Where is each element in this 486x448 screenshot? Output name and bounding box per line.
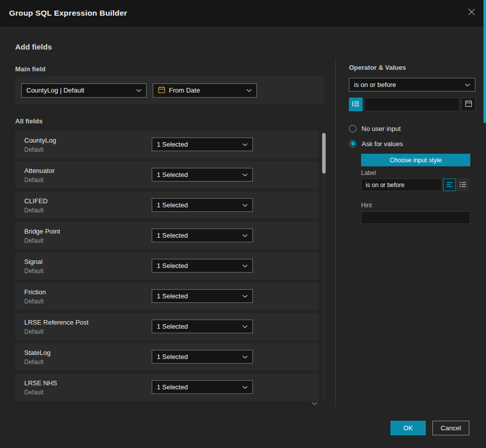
all-fields-list: CountyLog Default 1 Selected Attenuator … (15, 131, 319, 404)
field-name: Bridge Point (24, 228, 60, 235)
radio-unselected-icon (349, 125, 357, 132)
date-value-input[interactable] (365, 98, 460, 111)
field-layer-label: Default (24, 359, 43, 366)
field-row-clifed: CLIFED Default 1 Selected (15, 192, 319, 219)
chevron-down-icon (242, 386, 248, 389)
field-row-friction: Friction Default 1 Selected (15, 283, 319, 310)
field-name: CountyLog (24, 137, 56, 144)
dialog-header: Group SQL Expression Builder (0, 0, 486, 26)
close-button[interactable] (466, 8, 477, 19)
field-selection-dropdown[interactable]: 1 Selected (152, 138, 253, 151)
chevron-down-icon (136, 89, 142, 92)
field-name: Signal (24, 258, 42, 265)
dropdown-value: 1 Selected (157, 232, 188, 239)
cancel-button[interactable]: Cancel (432, 421, 469, 435)
date-text-entry-icon (352, 100, 360, 109)
operator-values-heading: Operator & Values (349, 64, 406, 71)
field-layer-label: Default (24, 176, 43, 184)
add-fields-heading: Add fields (15, 42, 52, 51)
field-select-dropdown[interactable]: From Date (153, 83, 257, 98)
field-row-lrse-reference-post: LRSE Reference Post Default 1 Selected (15, 313, 319, 340)
field-layer-label: Default (24, 207, 43, 214)
field-selection-dropdown[interactable]: 1 Selected (152, 320, 253, 333)
field-layer-label: Default (24, 267, 43, 275)
panel-divider (335, 59, 336, 407)
main-field-heading: Main field (15, 65, 46, 73)
field-row-statelog: StateLog Default 1 Selected (15, 343, 319, 371)
single-line-input-icon (446, 181, 453, 190)
field-row-lrse-nhs: LRSE NHS Default 1 Selected (15, 374, 319, 401)
field-name: StateLog (24, 349, 51, 356)
chevron-down-icon (242, 143, 248, 146)
edge-accent-bar (483, 0, 486, 123)
field-row-attenuator: Attenuator Default 1 Selected (15, 161, 319, 189)
dialog-title: Group SQL Expression Builder (9, 9, 127, 18)
chevron-down-icon (242, 325, 248, 328)
calendar-icon (465, 100, 472, 109)
field-selection-dropdown[interactable]: 1 Selected (152, 229, 253, 242)
chevron-down-icon (242, 264, 248, 267)
field-name: Friction (24, 288, 46, 296)
label-input[interactable] (361, 178, 442, 191)
date-text-entry-button[interactable] (349, 98, 363, 111)
label-caption: Label (361, 169, 376, 176)
field-row-countylog: CountyLog Default 1 Selected (15, 131, 319, 158)
main-field-panel: CountyLog | Default From Date (15, 76, 324, 104)
chevron-down-icon (465, 83, 470, 86)
field-name: CLIFED (24, 197, 48, 205)
choose-input-style-button[interactable]: Choose input style (361, 154, 470, 166)
dropdown-value: 1 Selected (157, 353, 188, 361)
hint-caption: Hint (361, 202, 372, 209)
chevron-down-icon (242, 234, 248, 237)
hint-input[interactable] (361, 211, 470, 224)
field-select-value: From Date (169, 86, 200, 94)
radio-label: No user input (362, 125, 401, 132)
calendar-icon (158, 86, 165, 95)
scroll-more-chevron-down-icon (312, 398, 318, 408)
field-selection-dropdown[interactable]: 1 Selected (152, 350, 253, 364)
dropdown-value: 1 Selected (157, 383, 188, 391)
field-row-signal: Signal Default 1 Selected (15, 252, 319, 280)
layer-select-value: CountyLog | Default (26, 86, 84, 94)
field-selection-dropdown[interactable]: 1 Selected (152, 198, 253, 212)
radio-label: Ask for values (362, 140, 403, 148)
field-name: LRSE NHS (24, 379, 57, 387)
field-selection-dropdown[interactable]: 1 Selected (152, 259, 253, 273)
chevron-down-icon (242, 295, 248, 298)
all-fields-heading: All fields (15, 117, 42, 125)
ok-button[interactable]: OK (390, 421, 426, 435)
field-name: LRSE Reference Post (24, 319, 89, 326)
field-layer-label: Default (24, 146, 43, 153)
radio-ask-for-values[interactable]: Ask for values (349, 139, 403, 148)
radio-selected-icon (349, 140, 357, 148)
list-scrollbar-thumb[interactable] (322, 133, 326, 173)
dropdown-value: 1 Selected (157, 141, 188, 148)
chevron-down-icon (242, 355, 248, 359)
dropdown-value: 1 Selected (157, 262, 188, 270)
field-layer-label: Default (24, 389, 43, 396)
close-icon (468, 8, 475, 18)
field-selection-dropdown[interactable]: 1 Selected (152, 168, 253, 182)
operator-dropdown[interactable]: is on or before (349, 78, 475, 92)
input-style-list-button[interactable] (456, 178, 469, 191)
list-input-icon (459, 181, 466, 190)
dropdown-value: 1 Selected (157, 323, 188, 330)
field-selection-dropdown[interactable]: 1 Selected (152, 289, 253, 303)
date-picker-button[interactable] (461, 98, 475, 111)
field-name: Attenuator (24, 167, 55, 174)
layer-select-dropdown[interactable]: CountyLog | Default (21, 83, 147, 98)
chevron-down-icon (242, 204, 248, 207)
chevron-down-icon (246, 89, 252, 92)
field-layer-label: Default (24, 328, 43, 335)
field-layer-label: Default (24, 237, 43, 244)
dropdown-value: 1 Selected (157, 171, 188, 178)
radio-no-user-input[interactable]: No user input (349, 124, 401, 133)
input-style-single-line-button[interactable] (443, 178, 456, 191)
field-layer-label: Default (24, 298, 43, 305)
chevron-down-icon (242, 173, 248, 176)
dropdown-value: 1 Selected (157, 292, 188, 300)
field-row-bridge-point: Bridge Point Default 1 Selected (15, 222, 319, 249)
dropdown-value: 1 Selected (157, 201, 188, 209)
operator-value: is on or before (354, 81, 396, 88)
field-selection-dropdown[interactable]: 1 Selected (152, 380, 253, 394)
